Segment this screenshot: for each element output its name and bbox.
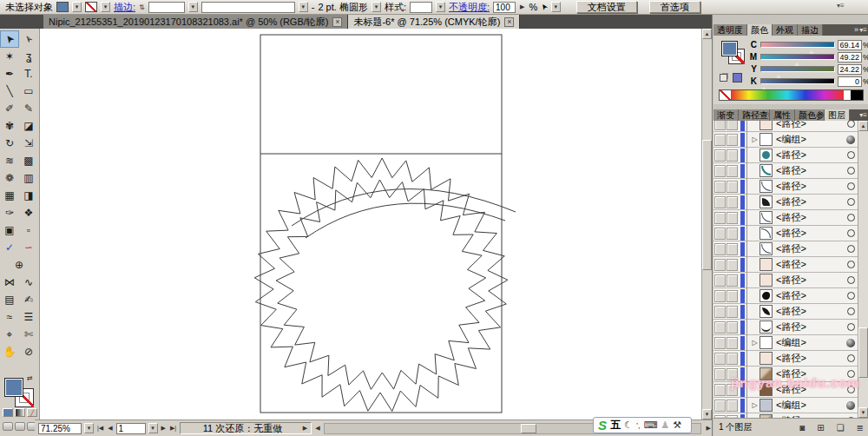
layer-row-path[interactable]: <路径> xyxy=(713,304,858,320)
lock-toggle[interactable] xyxy=(727,368,738,380)
lock-toggle[interactable] xyxy=(727,290,738,302)
status-display[interactable]: 11 次还原：无重做 ▶ xyxy=(180,422,312,434)
prev-page-icon[interactable]: ◀ xyxy=(107,425,113,432)
pencil-tool[interactable]: ✎ xyxy=(19,100,38,117)
layer-row-path[interactable]: <路径> xyxy=(713,320,858,335)
target-icon[interactable] xyxy=(845,323,857,331)
visibility-toggle[interactable] xyxy=(714,337,726,349)
gradient-tool[interactable]: ◨ xyxy=(19,187,38,204)
tab-color-guide[interactable]: 颜色参考 xyxy=(795,109,825,121)
layer-thumbnail[interactable] xyxy=(760,289,773,302)
layer-name[interactable]: <路径> xyxy=(776,274,845,287)
normal-screen-mode-button[interactable] xyxy=(3,422,13,431)
layer-thumbnail[interactable] xyxy=(760,195,773,208)
visibility-toggle[interactable] xyxy=(714,228,726,240)
layer-thumbnail[interactable] xyxy=(760,367,773,380)
select-similar-dropdown-icon[interactable]: ▾ xyxy=(551,2,561,12)
brush-dropdown-icon[interactable]: ▾ xyxy=(372,2,381,12)
scroll-up-icon[interactable]: ▲ xyxy=(702,29,712,39)
target-icon[interactable] xyxy=(845,121,857,128)
blob-brush-tool[interactable]: ✾ xyxy=(0,117,19,135)
live-paint-selection-tool[interactable]: ▫ xyxy=(19,221,38,239)
target-icon[interactable] xyxy=(845,354,857,362)
paragraph-tool[interactable]: ☰ xyxy=(19,308,38,326)
measure-tool[interactable]: ⌖ xyxy=(0,326,19,343)
target-icon[interactable] xyxy=(845,229,857,237)
none-mode-button[interactable]: ╱ xyxy=(27,408,37,417)
visibility-toggle[interactable] xyxy=(714,290,726,302)
lock-toggle[interactable] xyxy=(727,212,738,224)
blend-tool[interactable]: ❖ xyxy=(19,204,38,221)
target-icon[interactable] xyxy=(845,214,857,221)
panel-flyout-icon[interactable]: ▾≡ xyxy=(859,24,868,36)
fill-color-swatch[interactable] xyxy=(56,2,69,12)
selection-tool[interactable]: ➤ xyxy=(0,30,19,48)
tab-attributes[interactable]: 属性 xyxy=(770,109,795,121)
page-number-select[interactable]: 1 xyxy=(116,423,146,434)
scale-tool[interactable]: ⇲ xyxy=(19,135,38,152)
vertical-scrollbar[interactable]: ▲ ▼ xyxy=(701,29,712,419)
mesh-tool[interactable]: ▦ xyxy=(0,187,19,204)
lock-toggle[interactable] xyxy=(727,259,738,271)
document-setup-button[interactable]: 文档设置 xyxy=(576,1,637,13)
layer-thumbnail[interactable] xyxy=(760,227,773,240)
keyboard-icon[interactable]: ⌨ xyxy=(643,419,657,431)
layer-row-path[interactable]: <路径> xyxy=(713,351,858,367)
last-page-icon[interactable]: ▶| xyxy=(169,425,177,432)
brush-definition-select[interactable]: 2 pt. 椭圆形 xyxy=(318,1,367,14)
swap-fill-stroke-icon[interactable]: ⇄ xyxy=(27,374,33,382)
channel-value-input[interactable]: 0 xyxy=(838,76,862,87)
tab-transparency[interactable]: 透明度 xyxy=(713,24,747,36)
layer-row-group[interactable]: ▷ <编组> xyxy=(713,398,858,413)
layer-thumbnail[interactable] xyxy=(760,352,773,365)
layer-name[interactable]: <路径> xyxy=(776,305,845,318)
target-icon[interactable] xyxy=(845,401,857,410)
layer-row-path[interactable]: <路径> xyxy=(713,148,858,163)
visibility-toggle[interactable] xyxy=(714,243,726,255)
color-squiggle-tool[interactable]: ∽ xyxy=(19,239,38,256)
spectrum-ramp[interactable] xyxy=(731,90,844,100)
eraser-tool[interactable]: ◪ xyxy=(19,117,38,135)
lock-toggle[interactable] xyxy=(727,306,738,318)
layer-name[interactable]: <路径> xyxy=(776,195,845,208)
control-bar-flyout-icon[interactable]: ▾≡ xyxy=(837,2,845,10)
scroll-left-icon[interactable]: ◀ xyxy=(314,425,320,432)
zoom-tool[interactable]: ⊘ xyxy=(19,343,38,360)
layer-name[interactable]: <路径> xyxy=(776,258,845,271)
layer-thumbnail[interactable] xyxy=(760,149,773,162)
graph-tool[interactable]: ▥ xyxy=(19,169,38,187)
visibility-toggle[interactable] xyxy=(714,121,726,130)
color-spectrum-bar[interactable] xyxy=(719,89,864,101)
new-sublayer-icon[interactable]: ⊞ xyxy=(817,423,824,433)
stroke-weight-label[interactable]: 描边: xyxy=(114,1,135,14)
artboard-tool[interactable]: ⊕ xyxy=(0,256,38,274)
delete-layer-icon[interactable]: ≣ xyxy=(857,423,864,433)
document-tab[interactable]: Nipic_21255351_20190123170108321083.ai* … xyxy=(43,15,348,29)
make-clipping-mask-icon[interactable]: ◙ xyxy=(799,423,805,433)
sogou-logo-icon[interactable]: S xyxy=(598,419,607,432)
visibility-toggle[interactable] xyxy=(714,212,726,224)
new-layer-icon[interactable]: ❏ xyxy=(837,423,845,433)
style-select[interactable] xyxy=(410,2,432,13)
line-segment-tool[interactable]: ╲ xyxy=(0,83,19,100)
layer-thumbnail[interactable] xyxy=(760,180,773,193)
target-icon[interactable] xyxy=(845,151,857,159)
channel-slider[interactable] xyxy=(760,78,835,84)
next-page-icon[interactable]: ▶ xyxy=(161,425,167,432)
channel-slider[interactable] xyxy=(760,54,835,60)
expand-icon[interactable]: ▷ xyxy=(750,135,760,143)
collapse-dock-icon[interactable]: » xyxy=(854,25,858,34)
visibility-toggle[interactable] xyxy=(714,274,726,287)
visibility-toggle[interactable] xyxy=(714,368,726,380)
layer-row-path[interactable]: <路径> xyxy=(713,226,858,241)
layer-name[interactable]: <路径> xyxy=(776,164,845,177)
magic-wand-tool[interactable]: ✶ xyxy=(0,48,19,65)
target-icon[interactable] xyxy=(845,261,857,268)
visibility-toggle[interactable] xyxy=(714,321,726,334)
person-icon[interactable]: ♟ xyxy=(661,419,669,431)
layer-name[interactable]: <路径> xyxy=(776,180,845,193)
scroll-down-icon[interactable]: ▼ xyxy=(858,407,868,418)
layer-row-path[interactable]: <路径> xyxy=(713,163,858,179)
target-icon[interactable] xyxy=(845,182,857,190)
layer-thumbnail[interactable] xyxy=(760,320,773,334)
